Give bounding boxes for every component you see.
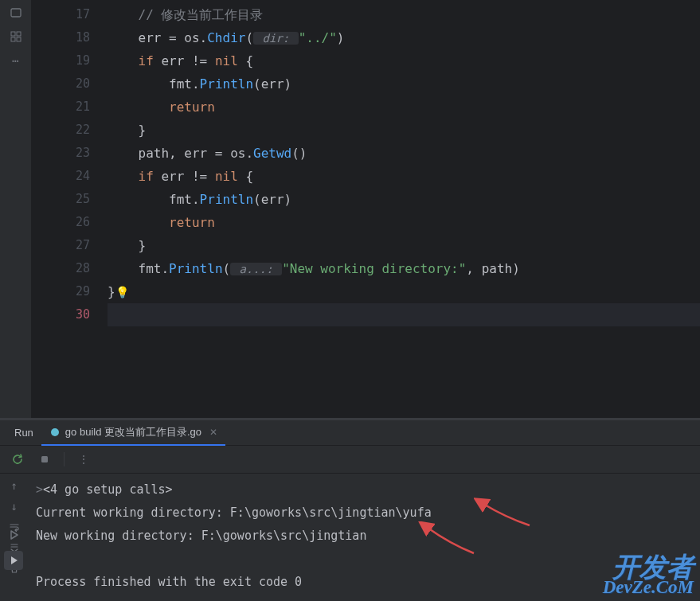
code-line[interactable]: return: [108, 96, 700, 119]
go-file-icon: [49, 427, 61, 438]
run-config-name: go build 更改当前工作目录.go: [65, 425, 201, 439]
tool-rail-left: ⋯: [0, 0, 32, 418]
svg-rect-2: [17, 32, 21, 36]
run-panel: Run go build 更改当前工作目录.go ✕ ⋮ ↑ ↓: [0, 420, 700, 601]
tab-close-icon[interactable]: ✕: [209, 427, 217, 438]
console-finish-line: Process finished with the exit code 0: [36, 571, 692, 594]
console-line: New working directory: F:\goworks\src\ji…: [36, 525, 692, 548]
rerun-icon[interactable]: [10, 451, 25, 467]
toolbar-separator: [64, 452, 65, 466]
svg-rect-6: [41, 456, 48, 462]
structure-icon[interactable]: [8, 29, 24, 45]
svg-rect-3: [11, 37, 15, 41]
run-tool-icon[interactable]: [4, 525, 23, 544]
code-line[interactable]: fmt.Println( a...: "New working director…: [108, 257, 700, 280]
code-line[interactable]: return: [108, 211, 700, 234]
code-line[interactable]: fmt.Println(err): [108, 188, 700, 211]
editor-area: ⋯ 1718192021222324252627282930 // 修改当前工作…: [0, 0, 700, 418]
code-line[interactable]: }: [108, 234, 700, 257]
more-icon[interactable]: ⋯: [8, 53, 24, 68]
setup-calls: <4 go setup calls>: [43, 482, 173, 497]
toolbar-more-icon[interactable]: ⋮: [76, 451, 92, 467]
code-line[interactable]: }: [108, 119, 700, 142]
fold-icon[interactable]: >: [36, 482, 43, 497]
down-trace-icon[interactable]: ↓: [7, 499, 22, 513]
code-line[interactable]: if err != nil {: [108, 49, 700, 72]
svg-rect-0: [11, 9, 21, 17]
run-config-tab[interactable]: go build 更改当前工作目录.go ✕: [41, 420, 225, 446]
project-icon[interactable]: [8, 5, 24, 21]
code-line[interactable]: // 修改当前工作目录: [108, 3, 700, 26]
debug-tool-icon[interactable]: [4, 551, 23, 570]
code-editor[interactable]: // 修改当前工作目录 err = os.Chdir( dir: "../") …: [108, 0, 700, 418]
svg-rect-1: [11, 32, 15, 36]
far-left-tool-rail: [0, 525, 26, 570]
code-line[interactable]: if err != nil {: [108, 165, 700, 188]
svg-rect-4: [17, 37, 21, 41]
up-trace-icon[interactable]: ↑: [7, 478, 22, 493]
run-tabs: Run go build 更改当前工作目录.go ✕: [0, 420, 700, 446]
stop-icon[interactable]: [37, 451, 53, 467]
code-line[interactable]: err = os.Chdir( dir: "../"): [108, 26, 700, 49]
code-line[interactable]: [108, 303, 700, 326]
code-line[interactable]: fmt.Println(err): [108, 72, 700, 96]
run-toolbar: ⋮: [0, 446, 700, 474]
code-line[interactable]: path, err = os.Getwd(): [108, 142, 700, 165]
console-output[interactable]: ><4 go setup calls> Current working dire…: [28, 474, 700, 601]
run-label[interactable]: Run: [6, 420, 41, 446]
code-line[interactable]: }💡: [108, 280, 700, 303]
svg-point-5: [51, 428, 59, 436]
console-line: Current working directory: F:\goworks\sr…: [36, 501, 692, 525]
line-gutter[interactable]: 1718192021222324252627282930: [32, 0, 108, 418]
